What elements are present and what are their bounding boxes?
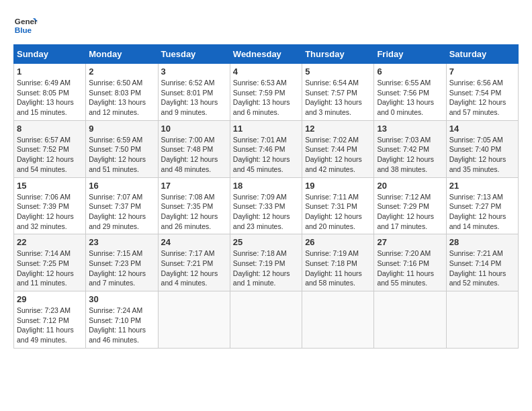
day-cell-1: 1Sunrise: 6:49 AMSunset: 8:05 PMDaylight… bbox=[14, 64, 86, 121]
day-info: Sunrise: 7:24 AMSunset: 7:10 PMDaylight:… bbox=[89, 306, 154, 345]
day-number: 20 bbox=[377, 181, 443, 191]
day-cell-26: 26Sunrise: 7:19 AMSunset: 7:18 PMDayligh… bbox=[302, 234, 374, 291]
day-number: 23 bbox=[89, 237, 154, 247]
day-info: Sunrise: 7:05 AMSunset: 7:40 PMDaylight:… bbox=[449, 135, 515, 175]
day-cell-6: 6Sunrise: 6:55 AMSunset: 7:56 PMDaylight… bbox=[374, 64, 446, 121]
day-cell-30: 30Sunrise: 7:24 AMSunset: 7:10 PMDayligh… bbox=[86, 291, 158, 349]
day-number: 17 bbox=[161, 181, 227, 191]
day-number: 2 bbox=[89, 66, 154, 77]
day-info: Sunrise: 7:12 AMSunset: 7:29 PMDaylight:… bbox=[377, 192, 443, 232]
day-info: Sunrise: 7:18 AMSunset: 7:19 PMDaylight:… bbox=[233, 248, 299, 288]
day-number: 24 bbox=[161, 237, 227, 247]
day-cell-24: 24Sunrise: 7:17 AMSunset: 7:21 PMDayligh… bbox=[158, 234, 230, 291]
day-cell-12: 12Sunrise: 7:02 AMSunset: 7:44 PMDayligh… bbox=[302, 120, 374, 177]
day-cell-28: 28Sunrise: 7:21 AMSunset: 7:14 PMDayligh… bbox=[446, 234, 518, 291]
day-cell-3: 3Sunrise: 6:52 AMSunset: 8:01 PMDaylight… bbox=[158, 64, 230, 121]
day-cell-16: 16Sunrise: 7:07 AMSunset: 7:37 PMDayligh… bbox=[86, 177, 158, 234]
day-cell-15: 15Sunrise: 7:06 AMSunset: 7:39 PMDayligh… bbox=[14, 177, 86, 234]
day-info: Sunrise: 7:02 AMSunset: 7:44 PMDaylight:… bbox=[305, 135, 371, 175]
day-info: Sunrise: 7:06 AMSunset: 7:39 PMDaylight:… bbox=[17, 192, 83, 232]
day-number: 15 bbox=[17, 181, 83, 191]
calendar-week-1: 1Sunrise: 6:49 AMSunset: 8:05 PMDaylight… bbox=[14, 64, 519, 121]
calendar-week-2: 8Sunrise: 6:57 AMSunset: 7:52 PMDaylight… bbox=[14, 120, 519, 177]
day-info: Sunrise: 7:23 AMSunset: 7:12 PMDaylight:… bbox=[17, 306, 83, 345]
column-header-monday: Monday bbox=[86, 45, 158, 64]
day-cell-8: 8Sunrise: 6:57 AMSunset: 7:52 PMDaylight… bbox=[14, 120, 86, 177]
day-cell-29: 29Sunrise: 7:23 AMSunset: 7:12 PMDayligh… bbox=[14, 291, 86, 349]
day-cell-10: 10Sunrise: 7:00 AMSunset: 7:48 PMDayligh… bbox=[158, 120, 230, 177]
day-cell-21: 21Sunrise: 7:13 AMSunset: 7:27 PMDayligh… bbox=[446, 177, 518, 234]
day-info: Sunrise: 7:14 AMSunset: 7:25 PMDaylight:… bbox=[17, 248, 83, 288]
day-number: 8 bbox=[17, 124, 83, 134]
day-number: 1 bbox=[17, 66, 83, 77]
day-info: Sunrise: 7:15 AMSunset: 7:23 PMDaylight:… bbox=[89, 248, 154, 288]
calendar-table: SundayMondayTuesdayWednesdayThursdayFrid… bbox=[13, 44, 519, 349]
day-cell-22: 22Sunrise: 7:14 AMSunset: 7:25 PMDayligh… bbox=[14, 234, 86, 291]
day-cell-20: 20Sunrise: 7:12 AMSunset: 7:29 PMDayligh… bbox=[374, 177, 446, 234]
day-number: 12 bbox=[305, 124, 371, 134]
day-number: 19 bbox=[305, 181, 371, 191]
day-info: Sunrise: 7:03 AMSunset: 7:42 PMDaylight:… bbox=[377, 135, 443, 175]
calendar-week-4: 22Sunrise: 7:14 AMSunset: 7:25 PMDayligh… bbox=[14, 234, 519, 291]
day-info: Sunrise: 6:49 AMSunset: 8:05 PMDaylight:… bbox=[17, 78, 83, 118]
column-header-thursday: Thursday bbox=[302, 45, 374, 64]
day-info: Sunrise: 6:53 AMSunset: 7:59 PMDaylight:… bbox=[233, 78, 299, 118]
day-cell-5: 5Sunrise: 6:54 AMSunset: 7:57 PMDaylight… bbox=[302, 64, 374, 121]
day-info: Sunrise: 6:55 AMSunset: 7:56 PMDaylight:… bbox=[377, 78, 443, 118]
day-number: 18 bbox=[233, 181, 299, 191]
day-cell-14: 14Sunrise: 7:05 AMSunset: 7:40 PMDayligh… bbox=[446, 120, 518, 177]
day-cell-19: 19Sunrise: 7:11 AMSunset: 7:31 PMDayligh… bbox=[302, 177, 374, 234]
empty-cell bbox=[158, 291, 230, 349]
logo: General Blue bbox=[13, 13, 38, 38]
day-info: Sunrise: 6:56 AMSunset: 7:54 PMDaylight:… bbox=[449, 78, 515, 118]
day-info: Sunrise: 7:21 AMSunset: 7:14 PMDaylight:… bbox=[449, 248, 515, 288]
day-info: Sunrise: 6:54 AMSunset: 7:57 PMDaylight:… bbox=[305, 78, 371, 118]
svg-text:Blue: Blue bbox=[15, 26, 32, 34]
day-info: Sunrise: 7:08 AMSunset: 7:35 PMDaylight:… bbox=[161, 192, 227, 232]
day-number: 14 bbox=[449, 124, 515, 134]
column-header-wednesday: Wednesday bbox=[230, 45, 302, 64]
day-number: 28 bbox=[449, 237, 515, 247]
logo-icon: General Blue bbox=[13, 13, 38, 38]
day-cell-13: 13Sunrise: 7:03 AMSunset: 7:42 PMDayligh… bbox=[374, 120, 446, 177]
day-number: 13 bbox=[377, 124, 443, 134]
day-info: Sunrise: 7:07 AMSunset: 7:37 PMDaylight:… bbox=[89, 192, 154, 232]
empty-cell bbox=[374, 291, 446, 349]
column-header-tuesday: Tuesday bbox=[158, 45, 230, 64]
day-number: 16 bbox=[89, 181, 154, 191]
day-number: 3 bbox=[161, 66, 227, 77]
empty-cell bbox=[302, 291, 374, 349]
day-cell-7: 7Sunrise: 6:56 AMSunset: 7:54 PMDaylight… bbox=[446, 64, 518, 121]
day-number: 29 bbox=[17, 294, 83, 304]
day-cell-4: 4Sunrise: 6:53 AMSunset: 7:59 PMDaylight… bbox=[230, 64, 302, 121]
column-header-sunday: Sunday bbox=[14, 45, 86, 64]
day-number: 26 bbox=[305, 237, 371, 247]
calendar-week-5: 29Sunrise: 7:23 AMSunset: 7:12 PMDayligh… bbox=[14, 291, 519, 349]
day-info: Sunrise: 7:13 AMSunset: 7:27 PMDaylight:… bbox=[449, 192, 515, 232]
day-info: Sunrise: 7:17 AMSunset: 7:21 PMDaylight:… bbox=[161, 248, 227, 288]
day-info: Sunrise: 6:57 AMSunset: 7:52 PMDaylight:… bbox=[17, 135, 83, 175]
day-info: Sunrise: 7:19 AMSunset: 7:18 PMDaylight:… bbox=[305, 248, 371, 288]
day-number: 21 bbox=[449, 181, 515, 191]
day-cell-2: 2Sunrise: 6:50 AMSunset: 8:03 PMDaylight… bbox=[86, 64, 158, 121]
day-cell-23: 23Sunrise: 7:15 AMSunset: 7:23 PMDayligh… bbox=[86, 234, 158, 291]
column-header-friday: Friday bbox=[374, 45, 446, 64]
day-number: 27 bbox=[377, 237, 443, 247]
day-cell-17: 17Sunrise: 7:08 AMSunset: 7:35 PMDayligh… bbox=[158, 177, 230, 234]
day-info: Sunrise: 7:20 AMSunset: 7:16 PMDaylight:… bbox=[377, 248, 443, 288]
day-number: 25 bbox=[233, 237, 299, 247]
day-cell-25: 25Sunrise: 7:18 AMSunset: 7:19 PMDayligh… bbox=[230, 234, 302, 291]
page-header: General Blue bbox=[13, 13, 519, 38]
calendar-week-3: 15Sunrise: 7:06 AMSunset: 7:39 PMDayligh… bbox=[14, 177, 519, 234]
day-info: Sunrise: 7:09 AMSunset: 7:33 PMDaylight:… bbox=[233, 192, 299, 232]
day-info: Sunrise: 7:11 AMSunset: 7:31 PMDaylight:… bbox=[305, 192, 371, 232]
day-number: 4 bbox=[233, 66, 299, 77]
day-number: 9 bbox=[89, 124, 154, 134]
day-cell-27: 27Sunrise: 7:20 AMSunset: 7:16 PMDayligh… bbox=[374, 234, 446, 291]
column-header-saturday: Saturday bbox=[446, 45, 518, 64]
day-cell-11: 11Sunrise: 7:01 AMSunset: 7:46 PMDayligh… bbox=[230, 120, 302, 177]
day-number: 22 bbox=[17, 237, 83, 247]
svg-text:General: General bbox=[15, 17, 38, 26]
day-number: 11 bbox=[233, 124, 299, 134]
empty-cell bbox=[446, 291, 518, 349]
